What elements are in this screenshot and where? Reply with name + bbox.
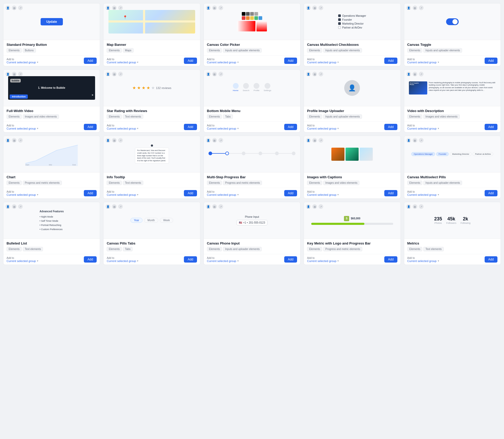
add-button[interactable]: Add [384, 58, 397, 64]
add-group-select[interactable]: Current selected group ▾ [7, 193, 82, 196]
group-label[interactable]: Current selected group [7, 127, 36, 130]
add-button[interactable]: Add [384, 190, 397, 196]
group-label[interactable]: Current selected group [207, 61, 236, 64]
chevron-down-icon[interactable]: ▾ [438, 127, 439, 130]
pill-marketing[interactable]: Marketing Director [450, 152, 472, 156]
add-button[interactable]: Add [184, 124, 197, 130]
add-button[interactable]: Add [284, 256, 297, 263]
add-group-select[interactable]: Current selected group ▾ [207, 259, 283, 263]
add-group-select[interactable]: Current selected group ▾ [307, 127, 383, 130]
add-group-select[interactable]: Current selected group ▾ [407, 61, 483, 64]
group-label[interactable]: Current selected group [307, 193, 336, 196]
chevron-down-icon[interactable]: ▾ [237, 193, 239, 196]
add-group-select[interactable]: Current selected group ▾ [307, 61, 383, 64]
add-button[interactable]: Add [485, 124, 497, 130]
chevron-down-icon[interactable]: ▾ [337, 259, 339, 262]
add-group-select[interactable]: Current selected group ▾ [407, 127, 483, 130]
add-group-select[interactable]: Current selected group ▾ [107, 259, 182, 263]
add-button[interactable]: Add [384, 256, 397, 263]
group-label[interactable]: Current selected group [307, 127, 336, 130]
pills-tab-month[interactable]: Month [144, 218, 158, 223]
group-label[interactable]: Current selected group [107, 259, 136, 263]
add-button[interactable]: Add [184, 190, 197, 196]
group-label[interactable]: Current selected group [307, 61, 336, 64]
group-label[interactable]: Current selected group [407, 127, 437, 130]
add-button[interactable]: Add [284, 190, 297, 196]
add-button[interactable]: Add [284, 58, 297, 64]
add-button[interactable]: Add [84, 124, 97, 130]
line-3 [245, 153, 259, 154]
pill-partner[interactable]: Partner at AirDev [473, 152, 493, 156]
chevron-down-icon[interactable]: ▾ [438, 259, 439, 262]
group-label[interactable]: Current selected group [107, 193, 136, 196]
add-group-select[interactable]: Current selected group ▾ [307, 259, 383, 263]
checkbox-3 [338, 22, 341, 25]
add-group-select[interactable]: Current selected group ▾ [407, 259, 483, 263]
group-label[interactable]: Current selected group [207, 127, 236, 130]
add-button[interactable]: Add [485, 256, 497, 263]
mobile-menu-settings: Settings [264, 83, 271, 92]
card-canvas-multiselect-pills: 👤 ▦ ↗ Operations Manager Founder Marketi… [404, 136, 501, 199]
pills-tab-year[interactable]: Year [130, 218, 143, 223]
group-label[interactable]: Current selected group [107, 127, 136, 130]
add-button[interactable]: Add [284, 124, 297, 130]
add-group-select[interactable]: Current selected group ▾ [107, 61, 182, 64]
add-button[interactable]: Add [84, 58, 97, 64]
add-group-select[interactable]: Current selected group ▾ [7, 61, 82, 64]
chevron-down-icon[interactable]: ▾ [37, 259, 38, 262]
tag-0: Elements [307, 247, 322, 251]
pill-founder[interactable]: Founder [436, 152, 449, 156]
chevron-down-icon[interactable]: ▾ [37, 127, 38, 130]
preview-update-button[interactable]: Update [41, 18, 63, 25]
group-label[interactable]: Current selected group [407, 61, 437, 64]
add-group-select[interactable]: Current selected group ▾ [207, 61, 283, 64]
chevron-down-icon[interactable]: ▾ [237, 259, 239, 262]
add-group-select[interactable]: Current selected group ▾ [207, 127, 283, 130]
chevron-down-icon[interactable]: ▾ [137, 193, 138, 196]
chevron-down-icon[interactable]: ▾ [337, 193, 339, 196]
add-button[interactable]: Add [485, 58, 497, 64]
chevron-down-icon[interactable]: ▾ [438, 61, 439, 64]
chevron-down-icon[interactable]: ▾ [337, 127, 339, 130]
group-label[interactable]: Current selected group [207, 259, 236, 263]
add-button[interactable]: Add [384, 124, 397, 130]
add-group-select[interactable]: Current selected group ▾ [207, 193, 283, 196]
add-group-select[interactable]: Current selected group ▾ [7, 127, 82, 130]
chevron-down-icon[interactable]: ▾ [237, 61, 239, 64]
tag-0: Elements [207, 247, 222, 251]
pill-operations[interactable]: Operations Manager [411, 152, 435, 156]
chevron-down-icon[interactable]: ▾ [37, 193, 38, 196]
add-button[interactable]: Add [184, 256, 197, 263]
add-group-select[interactable]: Current selected group ▾ [7, 259, 82, 263]
add-group-select[interactable]: Current selected group ▾ [107, 193, 182, 196]
group-label[interactable]: Current selected group [7, 193, 36, 196]
chevron-down-icon[interactable]: ▾ [137, 127, 138, 130]
chevron-down-icon[interactable]: ▾ [438, 193, 439, 196]
icon-grid: ▦ [312, 72, 317, 76]
add-button[interactable]: Add [84, 256, 97, 263]
add-button[interactable]: Add [485, 190, 497, 196]
group-label[interactable]: Current selected group [7, 61, 36, 64]
add-button[interactable]: Add [184, 58, 197, 64]
toggle-switch[interactable] [446, 18, 459, 25]
group-label[interactable]: Current selected group [107, 61, 136, 64]
add-button[interactable]: Add [84, 190, 97, 196]
add-group-select[interactable]: Current selected group ▾ [107, 127, 182, 130]
add-group-select[interactable]: Current selected group ▾ [407, 193, 483, 196]
pills-tab-week[interactable]: Week [160, 218, 173, 223]
chevron-down-icon[interactable]: ▾ [237, 127, 239, 130]
phone-field[interactable]: 🇺🇸 +1 • 201-555-0123 [237, 220, 267, 225]
card-tags: Elements Images and video elements [7, 114, 97, 119]
chevron-down-icon[interactable]: ▾ [337, 61, 339, 64]
group-label[interactable]: Current selected group [407, 259, 437, 263]
group-label[interactable]: Current selected group [407, 193, 437, 196]
group-label[interactable]: Current selected group [207, 193, 236, 196]
add-group-select[interactable]: Current selected group ▾ [307, 193, 383, 196]
icon-link: ↗ [419, 138, 424, 143]
chevron-down-icon[interactable]: ▾ [137, 259, 138, 262]
chevron-down-icon[interactable]: ▾ [137, 61, 138, 64]
card-preview: 👤 ▦ ↗ Start Mid End [3, 136, 100, 173]
group-label[interactable]: Current selected group [7, 259, 36, 263]
group-label[interactable]: Current selected group [307, 259, 336, 263]
chevron-down-icon[interactable]: ▾ [37, 61, 38, 64]
